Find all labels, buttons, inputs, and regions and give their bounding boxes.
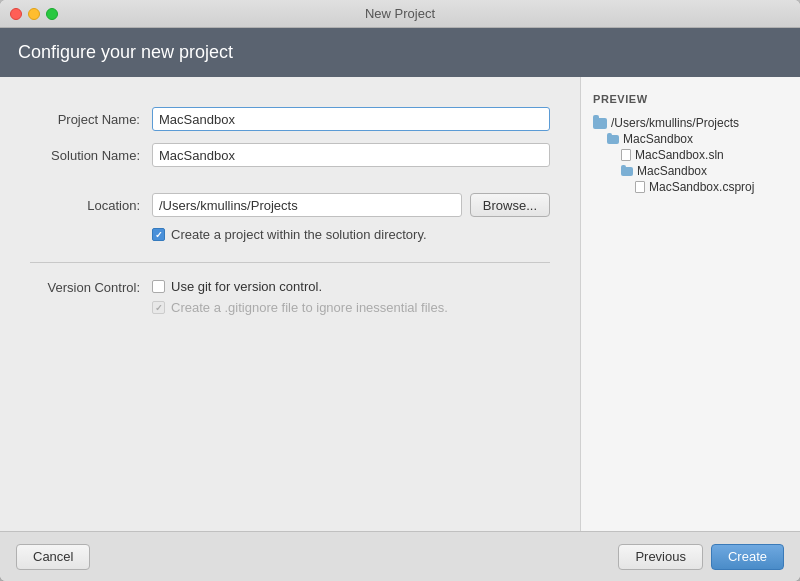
- header: Configure your new project: [0, 28, 800, 77]
- right-buttons: Previous Create: [618, 544, 784, 570]
- preview-panel: PREVIEW /Users/kmullins/Projects MacSand…: [580, 77, 800, 531]
- solution-name-input[interactable]: [152, 143, 550, 167]
- tree-item-csproj: MacSandbox.csproj: [593, 179, 788, 195]
- cancel-button[interactable]: Cancel: [16, 544, 90, 570]
- create-button[interactable]: Create: [711, 544, 784, 570]
- tree-label-sln: MacSandbox.sln: [635, 148, 724, 162]
- version-options: Use git for version control. Create a .g…: [152, 279, 448, 315]
- maximize-button[interactable]: [46, 8, 58, 20]
- title-bar: New Project: [0, 0, 800, 28]
- project-name-row: Project Name:: [0, 107, 580, 131]
- project-name-label: Project Name:: [30, 112, 140, 127]
- tree-item-root: /Users/kmullins/Projects: [593, 115, 788, 131]
- preview-title: PREVIEW: [593, 93, 788, 105]
- solution-checkbox-label[interactable]: Create a project within the solution dir…: [152, 227, 427, 242]
- tree-item-project-folder: MacSandbox: [593, 163, 788, 179]
- file-icon-csproj: [635, 181, 645, 193]
- version-control-label: Version Control:: [30, 279, 140, 295]
- divider: [30, 262, 550, 263]
- gitignore-label: Create a .gitignore file to ignore iness…: [171, 300, 448, 315]
- use-git-checkbox[interactable]: [152, 280, 165, 293]
- file-icon-sln: [621, 149, 631, 161]
- bottom-bar: Cancel Previous Create: [0, 531, 800, 581]
- folder-icon-project: [621, 167, 633, 176]
- window: New Project Configure your new project P…: [0, 0, 800, 581]
- tree-item-solution-folder: MacSandbox: [593, 131, 788, 147]
- solution-checkbox-row: Create a project within the solution dir…: [0, 227, 580, 242]
- traffic-lights: [10, 8, 58, 20]
- solution-checkbox-text: Create a project within the solution dir…: [171, 227, 427, 242]
- location-label: Location:: [30, 198, 140, 213]
- tree-label-root: /Users/kmullins/Projects: [611, 116, 739, 130]
- use-git-row: Use git for version control.: [152, 279, 448, 294]
- left-panel: Project Name: Solution Name: Location: B…: [0, 77, 580, 531]
- close-button[interactable]: [10, 8, 22, 20]
- solution-name-row: Solution Name:: [0, 143, 580, 167]
- use-git-label: Use git for version control.: [171, 279, 322, 294]
- tree-label-project-folder: MacSandbox: [637, 164, 707, 178]
- gitignore-row: Create a .gitignore file to ignore iness…: [152, 300, 448, 315]
- tree-label-csproj: MacSandbox.csproj: [649, 180, 754, 194]
- location-row: Location: Browse...: [0, 193, 580, 217]
- tree-label-solution-folder: MacSandbox: [623, 132, 693, 146]
- page-title: Configure your new project: [18, 42, 233, 62]
- solution-name-label: Solution Name:: [30, 148, 140, 163]
- previous-button[interactable]: Previous: [618, 544, 703, 570]
- content-area: Project Name: Solution Name: Location: B…: [0, 77, 800, 531]
- folder-icon: [593, 118, 607, 129]
- gitignore-checkbox: [152, 301, 165, 314]
- tree-item-sln: MacSandbox.sln: [593, 147, 788, 163]
- preview-tree: /Users/kmullins/Projects MacSandbox MacS…: [593, 115, 788, 195]
- solution-checkbox-checked[interactable]: [152, 228, 165, 241]
- location-input[interactable]: [152, 193, 462, 217]
- window-title: New Project: [365, 6, 435, 21]
- project-name-input[interactable]: [152, 107, 550, 131]
- browse-button[interactable]: Browse...: [470, 193, 550, 217]
- version-control-row: Version Control: Use git for version con…: [0, 279, 580, 315]
- folder-icon-small: [607, 135, 619, 144]
- minimize-button[interactable]: [28, 8, 40, 20]
